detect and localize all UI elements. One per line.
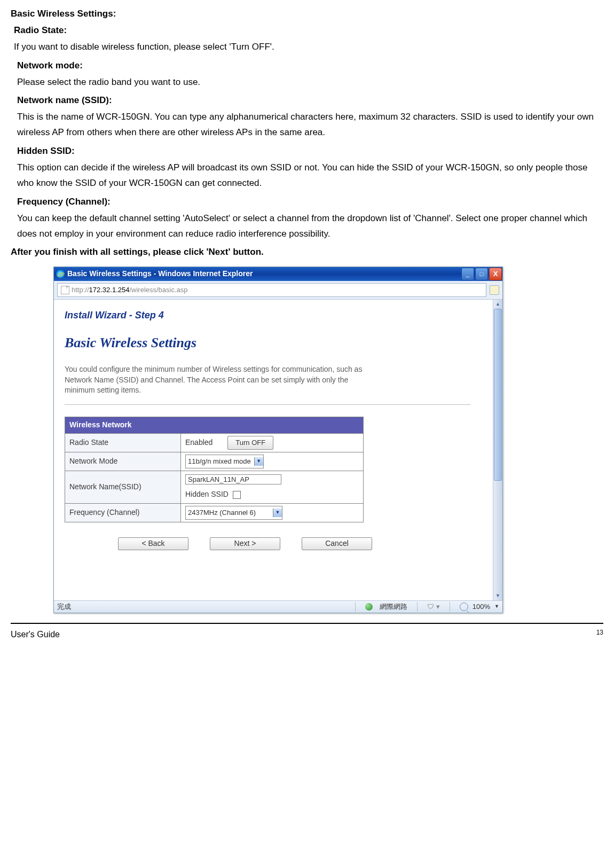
scroll-up-icon[interactable]: ▲: [494, 300, 502, 309]
cell-ssid: Hidden SSID: [181, 471, 364, 504]
document-body: Basic Wireless Settings: Radio State: If…: [11, 6, 603, 260]
heading-ssid: Network name (SSID):: [17, 93, 603, 108]
separator: [450, 602, 450, 612]
zoom-level[interactable]: 100%: [473, 601, 490, 613]
cell-frequency: 2437MHz (Channel 6) ▼: [181, 503, 364, 522]
ie-icon: [56, 270, 65, 278]
heading-hidden-ssid: Hidden SSID:: [17, 144, 603, 159]
address-bar: http://172.32.1.254/wireless/basic.asp: [54, 281, 502, 300]
ie-window: Basic Wireless Settings - Windows Intern…: [53, 267, 503, 613]
wizard-buttons: < Back Next > Cancel: [118, 537, 482, 550]
frequency-value: 2437MHz (Channel 6): [188, 507, 270, 519]
heading-radio-state: Radio State:: [14, 23, 603, 38]
status-done: 完成: [57, 601, 71, 613]
back-button[interactable]: < Back: [118, 537, 188, 550]
frequency-select[interactable]: 2437MHz (Channel 6) ▼: [185, 506, 282, 520]
chevron-down-icon: ▼: [254, 457, 263, 466]
label-frequency: Frequency (Channel): [65, 503, 181, 522]
url-path: /wireless/basic.asp: [129, 284, 187, 296]
scroll-track[interactable]: [493, 309, 502, 591]
label-ssid: Network Name(SSID): [65, 471, 181, 504]
next-button[interactable]: Next >: [210, 537, 280, 550]
compat-icon[interactable]: [490, 285, 499, 295]
ssid-input[interactable]: [185, 474, 281, 484]
cell-radio-state: Enabled Turn OFF: [181, 433, 364, 452]
text-ssid: This is the name of WCR-150GN. You can t…: [17, 110, 603, 140]
page-icon: [61, 286, 69, 294]
close-button[interactable]: X: [489, 268, 502, 280]
hidden-ssid-checkbox[interactable]: [233, 491, 241, 499]
url-prefix: http://: [72, 284, 89, 296]
section-header: Wireless Network: [65, 417, 364, 434]
wizard-step: Install Wizard - Step 4: [65, 307, 482, 324]
text-frequency: You can keep the default channel setting…: [17, 211, 603, 242]
settings-table: Wireless Network Radio State Enabled Tur…: [65, 417, 364, 522]
separator: [417, 602, 418, 612]
titlebar[interactable]: Basic Wireless Settings - Windows Intern…: [54, 267, 502, 281]
url-input[interactable]: http://172.32.1.254/wireless/basic.asp: [57, 283, 486, 297]
row-frequency: Frequency (Channel) 2437MHz (Channel 6) …: [65, 503, 364, 522]
chevron-down-icon: ▼: [273, 509, 282, 517]
footer-guide: User's Guide: [11, 627, 60, 642]
page-number: 13: [596, 627, 603, 642]
cell-network-mode: 11b/g/n mixed mode ▼: [181, 452, 364, 471]
page-footer: User's Guide 13: [11, 623, 603, 642]
chevron-down-icon[interactable]: ▼: [494, 603, 499, 611]
url-host: 172.32.1.254: [89, 284, 130, 296]
label-radio-state: Radio State: [65, 433, 181, 452]
hidden-ssid-row: Hidden SSID: [185, 488, 359, 501]
scroll-down-icon[interactable]: ▼: [494, 591, 502, 600]
window-controls: _ □ X: [461, 267, 502, 281]
status-bar: 完成 網際網路 🛡 ▾ 100% ▼: [54, 600, 502, 613]
network-mode-value: 11b/g/n mixed mode: [188, 456, 251, 467]
network-mode-select[interactable]: 11b/g/n mixed mode ▼: [185, 455, 264, 468]
status-zone: 網際網路: [380, 601, 407, 613]
text-hidden-ssid: This option can decide if the wireless A…: [17, 160, 603, 191]
protected-mode-icon[interactable]: 🛡 ▾: [427, 601, 440, 613]
minimize-button[interactable]: _: [461, 268, 474, 280]
heading-frequency: Frequency (Channel):: [17, 194, 603, 210]
globe-icon: [365, 603, 373, 611]
heading-network-mode: Network mode:: [17, 58, 603, 74]
row-network-mode: Network Mode 11b/g/n mixed mode ▼: [65, 452, 364, 471]
cancel-button[interactable]: Cancel: [302, 537, 372, 550]
hidden-ssid-label: Hidden SSID: [185, 490, 229, 498]
zoom-icon[interactable]: [460, 603, 468, 611]
text-network-mode: Please select the radio band you want to…: [17, 75, 603, 90]
maximize-button[interactable]: □: [475, 268, 488, 280]
divider: [65, 404, 470, 405]
wizard-description: You could configure the minimum number o…: [65, 364, 380, 396]
radio-state-value: Enabled: [185, 438, 212, 447]
page-content: Install Wizard - Step 4 Basic Wireless S…: [54, 300, 493, 600]
status-right: 網際網路 🛡 ▾ 100% ▼: [350, 601, 499, 613]
row-radio-state: Radio State Enabled Turn OFF: [65, 433, 364, 452]
after-settings-text: After you finish with all settings, plea…: [11, 245, 603, 260]
scrollbar[interactable]: ▲ ▼: [493, 300, 502, 600]
window-title: Basic Wireless Settings - Windows Intern…: [67, 268, 461, 280]
row-ssid: Network Name(SSID) Hidden SSID: [65, 471, 364, 504]
heading-basic: Basic Wireless Settings:: [11, 6, 603, 22]
label-network-mode: Network Mode: [65, 452, 181, 471]
scroll-thumb[interactable]: [494, 309, 502, 481]
turn-off-button[interactable]: Turn OFF: [227, 436, 273, 450]
wizard-title: Basic Wireless Settings: [65, 331, 482, 355]
content-area: Install Wizard - Step 4 Basic Wireless S…: [54, 300, 502, 600]
text-radio-state: If you want to disable wireless function…: [14, 40, 603, 55]
separator: [355, 602, 356, 612]
